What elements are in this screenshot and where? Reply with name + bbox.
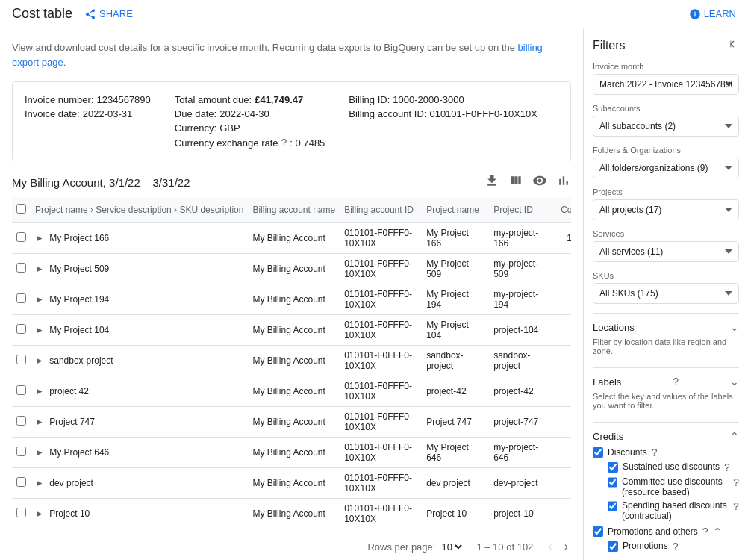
header-project-name[interactable]: Project name	[422, 198, 489, 223]
row-billing-name: My Billing Account	[248, 223, 340, 254]
exchange-rate-label: Currency exchange rate	[175, 137, 278, 149]
sustained-use-label: Sustained use discounts	[623, 461, 720, 472]
services-select[interactable]: All services (11)	[593, 241, 739, 262]
exchange-rate-value: : 0.7485	[290, 137, 325, 149]
share-button[interactable]: SHARE	[84, 8, 133, 20]
subaccounts-select[interactable]: All subaccounts (2)	[593, 116, 739, 137]
labels-help-icon[interactable]: ?	[673, 376, 679, 388]
row-checkbox[interactable]	[16, 232, 26, 242]
download-icon[interactable]	[484, 173, 499, 192]
header-project[interactable]: Project name › Service description › SKU…	[31, 198, 248, 223]
due-date-label: Due date:	[175, 108, 216, 119]
expand-icon[interactable]: ►	[35, 508, 44, 519]
row-checkbox[interactable]	[16, 263, 26, 273]
invoice-month-select[interactable]: March 2022 - Invoice 1234567890	[593, 74, 739, 95]
columns-icon[interactable]	[508, 173, 523, 192]
promotions-chevron: ⌃	[713, 526, 722, 538]
header-billing-name[interactable]: Billing account name	[248, 198, 340, 223]
row-cost: 1838.12	[556, 346, 571, 376]
invoice-month-filter: Invoice month March 2022 - Invoice 12345…	[593, 62, 739, 95]
skus-select[interactable]: All SKUs (175)	[593, 283, 739, 304]
header-billing-id[interactable]: Billing account ID	[340, 198, 422, 223]
header-project-id[interactable]: Project ID	[489, 198, 556, 223]
committed-use-checkbox[interactable]	[608, 477, 617, 488]
invoice-number-label: Invoice number:	[25, 94, 94, 105]
prev-page-button[interactable]: ‹	[545, 537, 555, 556]
expand-icon[interactable]: ►	[35, 386, 44, 396]
row-project-name: Project 747	[422, 407, 489, 438]
committed-use-label: Committed use discounts (resource based)	[622, 476, 729, 497]
table-scroll-container[interactable]: Project name › Service description › SKU…	[12, 198, 571, 529]
row-checkbox[interactable]	[16, 447, 26, 456]
promotions-checkbox[interactable]	[593, 526, 603, 537]
row-checkbox[interactable]	[16, 355, 26, 364]
row-checkbox[interactable]	[16, 416, 26, 426]
credits-section-header[interactable]: Credits ⌃	[593, 430, 739, 442]
row-project-id: sandbox-project	[489, 346, 556, 376]
row-project: ► project 42	[31, 376, 248, 407]
labels-section-header[interactable]: Labels ? ⌄	[593, 376, 739, 388]
row-project: ► My Project 509	[31, 254, 248, 284]
row-checkbox[interactable]	[16, 324, 26, 334]
spending-based-label: Spending based discounts (contractual)	[622, 500, 729, 521]
sustained-use-checkbox[interactable]	[608, 462, 618, 473]
header-cost[interactable]: Cost (£) ↓	[556, 198, 571, 223]
billing-account-value: 010101-F0FFF0-10X10X	[429, 108, 537, 119]
expand-icon[interactable]: ►	[35, 447, 44, 458]
row-project: ► My Project 166	[31, 223, 248, 254]
chart-icon[interactable]	[556, 173, 571, 192]
row-checkbox[interactable]	[16, 293, 26, 303]
cost-table-section: My Billing Account, 3/1/22 – 3/31/22	[12, 173, 571, 560]
folders-label: Folders & Organizations	[593, 146, 739, 155]
expand-icon[interactable]: ►	[35, 478, 44, 488]
rows-per-page-select[interactable]: 10 25 50	[438, 541, 464, 553]
row-project-id: my-project-166	[489, 223, 556, 254]
learn-button[interactable]: LEARN	[689, 8, 736, 20]
row-checkbox[interactable]	[16, 508, 26, 517]
discounts-checkbox[interactable]	[593, 447, 603, 458]
table-section-title: My Billing Account, 3/1/22 – 3/31/22	[12, 176, 484, 189]
committed-use-checkbox-row: Committed use discounts (resource based)…	[608, 476, 739, 497]
page-title: Cost table	[12, 6, 72, 22]
next-page-button[interactable]: ›	[561, 537, 571, 556]
sustained-help-icon[interactable]: ?	[724, 461, 730, 473]
row-project-id: my-project-646	[489, 438, 556, 468]
row-checkbox[interactable]	[16, 477, 26, 487]
locations-chevron: ⌄	[730, 321, 739, 333]
spending-based-checkbox[interactable]	[608, 501, 617, 511]
row-project-name: Project 10	[422, 499, 489, 529]
expand-icon[interactable]: ►	[35, 325, 44, 335]
row-checkbox[interactable]	[16, 385, 26, 395]
promotions-sub-help-icon[interactable]: ?	[673, 541, 679, 553]
spending-help-icon[interactable]: ?	[733, 500, 739, 512]
expand-icon[interactable]: ►	[35, 294, 44, 305]
expand-icon[interactable]: ►	[35, 233, 44, 243]
promotions-sub-checkbox[interactable]	[608, 541, 618, 552]
invoice-col-right: Billing ID: 1000-2000-3000 Billing accou…	[349, 94, 537, 149]
view-icon[interactable]	[532, 173, 547, 192]
invoice-info-panel: Invoice number: 1234567890 Invoice date:…	[12, 81, 571, 161]
total-due-label: Total amount due:	[175, 94, 252, 105]
labels-chevron: ⌄	[730, 376, 739, 388]
expand-icon[interactable]: ►	[35, 355, 44, 366]
locations-section-header[interactable]: Locations ⌄	[593, 321, 739, 333]
help-icon-exchange[interactable]: ?	[281, 137, 287, 149]
folders-select[interactable]: All folders/organizations (9)	[593, 158, 739, 178]
committed-help-icon[interactable]: ?	[733, 476, 739, 488]
collapse-filters-icon[interactable]	[726, 37, 739, 53]
spending-based-checkbox-row: Spending based discounts (contractual) ?	[608, 500, 739, 521]
expand-icon[interactable]: ►	[35, 417, 44, 427]
promotions-help-icon[interactable]: ?	[702, 526, 708, 538]
discounts-help-icon[interactable]: ?	[652, 447, 658, 458]
labels-desc: Select the key and values of the labels …	[593, 392, 739, 410]
select-all-checkbox[interactable]	[16, 204, 26, 214]
expand-icon[interactable]: ►	[35, 264, 44, 274]
row-project-name: My Project 646	[422, 438, 489, 468]
invoice-col-left: Invoice number: 1234567890 Invoice date:…	[25, 94, 151, 149]
row-checkbox-cell	[12, 407, 31, 438]
row-billing-id: 010101-F0FFF0-10X10X	[340, 407, 422, 438]
row-project-name: My Project 194	[422, 284, 489, 315]
projects-select[interactable]: All projects (17)	[593, 199, 739, 220]
currency-value: GBP	[219, 122, 240, 134]
row-billing-name: My Billing Account	[248, 254, 340, 284]
